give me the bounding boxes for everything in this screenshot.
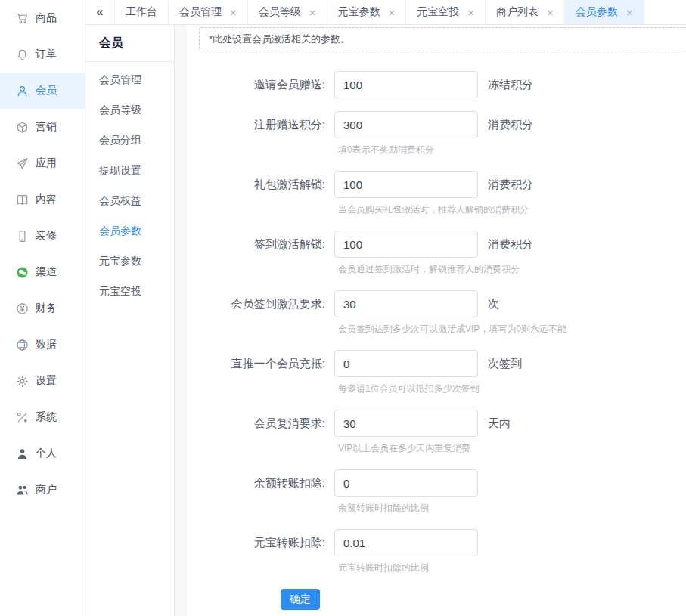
tab-close-icon[interactable]: × (309, 7, 316, 18)
field-input[interactable] (334, 171, 478, 198)
sidebar-item-label: 商品 (36, 11, 57, 25)
tab-label: 商户列表 (496, 5, 539, 19)
field-input[interactable] (334, 111, 478, 138)
tab-label: 会员等级 (259, 5, 301, 19)
tab-close-icon[interactable]: × (389, 7, 396, 18)
submenu-item[interactable]: 元宝空投 (85, 276, 174, 306)
field-label: 礼包激活解锁: (187, 178, 334, 192)
tab-close-icon[interactable]: × (230, 7, 237, 18)
sidebar-item[interactable]: 渠道 (0, 254, 85, 290)
sidebar-item[interactable]: 商户 (0, 472, 85, 508)
sidebar-item-label: 设置 (36, 374, 57, 388)
sidebar-item-label: 订单 (36, 48, 57, 61)
submenu-item[interactable]: 元宝参数 (85, 246, 174, 276)
sidebar-item[interactable]: 个人 (0, 435, 85, 472)
field-label: 会员复消要求: (187, 416, 334, 431)
field-input[interactable] (334, 410, 478, 437)
collapse-sidebar-icon[interactable]: « (85, 0, 114, 24)
member-params-form: 邀请会员赠送: 冻结积分 注册赠送积分: 消费积分 填0表示不奖励消费积分 礼包… (187, 71, 686, 574)
sidebar-item-label: 数据 (36, 338, 57, 351)
bell-icon (16, 48, 29, 61)
sidebar-item-label: 渠道 (36, 265, 57, 279)
sidebar-item[interactable]: 营销 (0, 109, 85, 145)
open-tabs: 工作台 会员管理 × 会员等级 × 元宝参数 × 元宝空投 × 商户列表 × 会… (114, 0, 644, 24)
field-input[interactable] (334, 290, 478, 317)
phone-icon (16, 230, 29, 243)
sidebar-item[interactable]: 财务 (0, 290, 85, 327)
field-hint: 每邀请1位会员可以抵扣多少次签到 (338, 383, 686, 395)
field-input[interactable] (334, 71, 478, 98)
tab[interactable]: 工作台 (114, 0, 168, 24)
form-field: 直推一个会员充抵: 次签到 每邀请1位会员可以抵扣多少次签到 (187, 350, 686, 395)
tab-close-icon[interactable]: × (547, 7, 554, 18)
tab[interactable]: 元宝空投 × (405, 0, 485, 24)
field-label: 签到激活解锁: (187, 237, 334, 252)
field-hint: 当会员购买礼包激活时，推荐人解锁的消费积分 (338, 204, 686, 215)
field-label: 注册赠送积分: (187, 118, 334, 132)
tab-label: 会员管理 (179, 5, 222, 19)
tab[interactable]: 会员参数 × (564, 0, 644, 24)
field-input[interactable] (334, 350, 478, 377)
field-label: 会员签到激活要求: (187, 297, 334, 311)
form-field: 注册赠送积分: 消费积分 填0表示不奖励消费积分 (187, 111, 686, 156)
sidebar-item-label: 装修 (36, 229, 57, 243)
field-suffix: 天内 (488, 416, 511, 431)
book-icon (16, 193, 29, 206)
sidebar-item-label: 会员 (36, 84, 57, 98)
sidebar-item[interactable]: 数据 (0, 327, 85, 363)
submenu-panel: 会员 会员管理会员等级会员分组提现设置会员权益会员参数元宝参数元宝空投 (85, 25, 175, 616)
field-input[interactable] (334, 469, 478, 497)
sidebar-item-label: 营销 (36, 120, 57, 134)
submenu-item[interactable]: 会员权益 (85, 185, 174, 215)
submenu-item[interactable]: 提现设置 (85, 155, 174, 185)
field-input[interactable] (334, 231, 478, 258)
submenu-title: 会员 (85, 25, 174, 62)
tab-label: 会员参数 (576, 5, 618, 19)
sidebar-item[interactable]: 会员 (0, 73, 85, 109)
gear-icon (16, 375, 29, 388)
submenu-item[interactable]: 会员管理 (85, 64, 174, 94)
tab-bar: « 工作台 会员管理 × 会员等级 × 元宝参数 × 元宝空投 × 商户列表 ×… (85, 0, 686, 25)
people-filled-icon (16, 484, 29, 497)
sidebar-item[interactable]: 设置 (0, 363, 85, 399)
submenu-item[interactable]: 会员分组 (85, 125, 174, 155)
field-label: 元宝转账扣除: (187, 536, 334, 550)
field-hint: 会员签到达到多少次可以激活成VIP，填写为0则永远不能 (338, 323, 686, 335)
field-suffix: 消费积分 (488, 237, 533, 252)
form-field: 邀请会员赠送: 冻结积分 (187, 71, 686, 98)
submit-row: 确定 (281, 589, 686, 610)
form-field: 会员签到激活要求: 次 会员签到达到多少次可以激活成VIP，填写为0则永远不能 (187, 290, 686, 335)
submenu-item[interactable]: 会员参数 (85, 215, 174, 246)
sidebar-item-label: 系统 (36, 410, 57, 424)
tab[interactable]: 会员管理 × (168, 0, 247, 24)
yen-icon (16, 302, 29, 315)
field-suffix: 冻结积分 (488, 78, 533, 92)
form-field: 会员复消要求: 天内 VIP以上会员在多少天内重复消费 (187, 410, 686, 454)
submenu-item[interactable]: 会员等级 (85, 94, 174, 125)
person-filled-icon (16, 447, 29, 460)
wechat-icon (16, 266, 29, 279)
form-field: 礼包激活解锁: 消费积分 当会员购买礼包激活时，推荐人解锁的消费积分 (187, 171, 686, 215)
sidebar-item[interactable]: 内容 (0, 181, 85, 218)
tab[interactable]: 会员等级 × (247, 0, 327, 24)
tab-close-icon[interactable]: × (626, 7, 633, 18)
field-label: 直推一个会员充抵: (187, 357, 334, 371)
tab[interactable]: 商户列表 × (485, 0, 564, 24)
paper-plane-icon (16, 157, 29, 170)
tab-close-icon[interactable]: × (467, 7, 474, 18)
cart-icon (16, 12, 29, 25)
confirm-button[interactable]: 确定 (281, 589, 320, 610)
tab-label: 元宝空投 (417, 5, 459, 19)
sidebar-item[interactable]: 系统 (0, 399, 85, 435)
sidebar-item-label: 应用 (36, 156, 57, 170)
sidebar-item[interactable]: 应用 (0, 145, 85, 181)
field-input[interactable] (334, 529, 478, 556)
tab[interactable]: 元宝参数 × (327, 0, 406, 24)
field-hint: VIP以上会员在多少天内重复消费 (338, 443, 686, 454)
cube-icon (16, 121, 29, 134)
sidebar-item[interactable]: 订单 (0, 36, 85, 73)
sidebar-item[interactable]: 装修 (0, 218, 85, 254)
sidebar-item[interactable]: 商品 (0, 0, 85, 36)
sidebar-item-label: 财务 (36, 302, 57, 315)
field-suffix: 次签到 (488, 357, 522, 371)
